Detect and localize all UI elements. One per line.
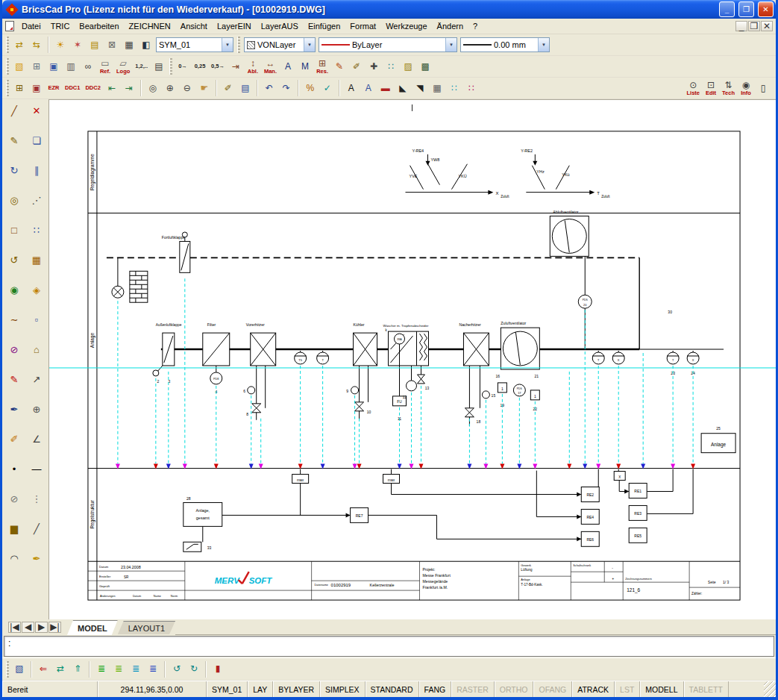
layer-stack-icon[interactable]: ▤ bbox=[87, 36, 103, 54]
properties-button[interactable]: ▤ bbox=[237, 79, 254, 98]
menu-werkzeuge[interactable]: Werkzeuge bbox=[381, 20, 431, 32]
pin-tool[interactable]: ⊕ bbox=[27, 400, 46, 419]
linetype-combobox[interactable]: ByLayer ▼ bbox=[319, 37, 457, 52]
open-button[interactable]: ▧ bbox=[11, 57, 28, 76]
text-a-button[interactable]: A bbox=[280, 57, 296, 76]
layer-plot-icon[interactable]: ▦ bbox=[121, 36, 137, 54]
manual-button[interactable]: ▮ bbox=[210, 660, 226, 678]
sym-pencil-button[interactable]: ✐ bbox=[348, 57, 365, 76]
tab-last-button[interactable]: ▶| bbox=[48, 622, 61, 633]
layer-freeze-icon[interactable]: ✶ bbox=[69, 36, 86, 54]
dim-025-button[interactable]: 0,25 bbox=[192, 57, 208, 76]
find-button[interactable]: ∞ bbox=[80, 57, 96, 76]
diamond-tool[interactable]: ◈ bbox=[27, 281, 46, 299]
undo-view-button[interactable]: ⇐ bbox=[35, 660, 51, 678]
layer-lock-icon[interactable]: ⊠ bbox=[104, 36, 120, 54]
menu-format[interactable]: Format bbox=[345, 20, 380, 32]
logo-button[interactable]: ▱Logo bbox=[114, 57, 132, 76]
break-tool[interactable]: — bbox=[27, 460, 46, 478]
rotate-right-button[interactable]: ↻ bbox=[186, 660, 202, 678]
toolbar-grip[interactable] bbox=[6, 58, 9, 75]
leader-tool[interactable]: ↗ bbox=[27, 370, 46, 389]
layers-blue-button[interactable]: ≣ bbox=[145, 660, 161, 678]
pencil-tool[interactable]: ✎ bbox=[4, 131, 24, 150]
toolbar-grip[interactable] bbox=[6, 80, 9, 96]
numbering-button[interactable]: 1,2,.. bbox=[133, 57, 150, 76]
layer-on-icon[interactable]: ☀ bbox=[52, 36, 69, 54]
layers-add-button[interactable]: ≣ bbox=[110, 660, 127, 678]
redraw-button[interactable]: ✐ bbox=[220, 79, 236, 98]
measure-tool[interactable]: ⋮ bbox=[27, 490, 46, 508]
tab-model[interactable]: MODEL bbox=[67, 620, 118, 635]
chevron-down-icon[interactable]: ▼ bbox=[304, 38, 315, 51]
textstyle-field[interactable]: SIMPLEX bbox=[320, 681, 366, 697]
tab-first-button[interactable]: |◀ bbox=[8, 622, 21, 633]
line-tool[interactable]: ╱ bbox=[4, 101, 24, 120]
sym-move-button[interactable]: ✚ bbox=[366, 57, 382, 76]
resize-grip[interactable] bbox=[764, 681, 776, 697]
res-button[interactable]: ⊞Res. bbox=[314, 57, 330, 76]
menu-layeraus[interactable]: LayerAUS bbox=[257, 20, 303, 32]
liste-button[interactable]: ⊙Liste bbox=[685, 79, 703, 98]
redo-button[interactable]: ↷ bbox=[278, 79, 295, 98]
toolbar-grip[interactable] bbox=[237, 37, 240, 53]
sym-grid-button[interactable]: ∷ bbox=[383, 57, 399, 76]
undo-button[interactable]: ↶ bbox=[261, 79, 277, 98]
atrack-toggle[interactable]: ATRACK bbox=[572, 681, 615, 697]
text-style-button[interactable]: A bbox=[343, 79, 360, 98]
points-magenta-button[interactable]: ∷ bbox=[463, 79, 480, 98]
layer-states-button[interactable]: ⇆ bbox=[28, 36, 45, 54]
ddc2-button[interactable]: DDC2 bbox=[83, 79, 102, 98]
pan-button[interactable]: ☛ bbox=[196, 79, 213, 98]
slope-tool[interactable]: ╱ bbox=[27, 519, 46, 538]
arc-tool[interactable]: ↺ bbox=[4, 251, 24, 269]
monitor-button[interactable]: ▣ bbox=[28, 79, 45, 98]
center-snap-tool[interactable]: ◉ bbox=[4, 281, 24, 299]
layout-grid-tool[interactable]: ▦ bbox=[27, 251, 46, 269]
array-tool[interactable]: ∷ bbox=[27, 221, 46, 240]
erase-tool[interactable]: ✕ bbox=[27, 101, 46, 120]
swap-view-button[interactable]: ⇄ bbox=[52, 660, 69, 678]
point-marker-tool[interactable]: ▫ bbox=[27, 310, 46, 329]
modell-toggle[interactable]: MODELL bbox=[640, 681, 683, 697]
ortho-toggle[interactable]: ORTHO bbox=[495, 681, 534, 697]
region-tool[interactable]: ⌂ bbox=[27, 340, 46, 359]
chevron-down-icon[interactable]: ▼ bbox=[445, 38, 457, 51]
mdi-minimize-button[interactable]: _ bbox=[735, 21, 747, 31]
current-layer-field[interactable]: SYM_01 bbox=[207, 681, 248, 697]
stamp-tool[interactable]: ▆ bbox=[4, 519, 24, 538]
command-line[interactable]: : bbox=[4, 636, 774, 657]
hatch-lines-tool[interactable]: ⋰ bbox=[27, 191, 46, 210]
gold-brush-tool[interactable]: ✒ bbox=[27, 549, 46, 568]
orange-pencil-tool[interactable]: ✐ bbox=[4, 430, 24, 449]
match-button[interactable]: % bbox=[302, 79, 319, 98]
lst-toggle[interactable]: LST bbox=[615, 681, 640, 697]
doc-import-button[interactable]: ⇤ bbox=[104, 79, 120, 98]
print-preview-button[interactable]: ▧ bbox=[11, 660, 28, 678]
dim-05-button[interactable]: 0,5→ bbox=[209, 57, 227, 76]
wipeout-button[interactable]: ◣ bbox=[395, 79, 411, 98]
app-icon[interactable] bbox=[6, 4, 18, 16]
lineweight-combobox[interactable]: 0.00 mm ▼ bbox=[460, 37, 550, 52]
minimize-button[interactable]: _ bbox=[719, 1, 735, 17]
ok-check-button[interactable]: ✓ bbox=[319, 79, 336, 98]
copy-tool[interactable]: ❏ bbox=[27, 131, 46, 150]
hatch-green-button[interactable]: ▩ bbox=[417, 57, 433, 76]
tab-next-button[interactable]: ▶ bbox=[35, 622, 48, 633]
color-field[interactable]: BYLAYER bbox=[273, 681, 320, 697]
layer-color-icon[interactable]: ◧ bbox=[138, 36, 154, 54]
draworder-button[interactable]: ◥ bbox=[412, 79, 428, 98]
menu-datei[interactable]: Datei bbox=[17, 20, 46, 32]
toolbar-grip[interactable] bbox=[169, 58, 172, 75]
doc-export-button[interactable]: ⇥ bbox=[121, 79, 137, 98]
zoom-in-button[interactable]: ⊕ bbox=[162, 79, 178, 98]
rectangle-tool[interactable]: □ bbox=[4, 221, 24, 240]
donut-tool[interactable]: ⊘ bbox=[4, 340, 24, 359]
coordinates-display[interactable]: 294.11,96.35,0.00 bbox=[98, 681, 207, 697]
chevron-down-icon[interactable]: ▼ bbox=[222, 38, 233, 51]
ofang-toggle[interactable]: OFANG bbox=[533, 681, 572, 697]
sheet-set-button[interactable]: ⊞ bbox=[28, 57, 45, 76]
rotate-tool[interactable]: ↻ bbox=[4, 161, 24, 180]
save-button[interactable]: ▣ bbox=[46, 57, 62, 76]
dim-0-button[interactable]: 0→ bbox=[175, 57, 191, 76]
